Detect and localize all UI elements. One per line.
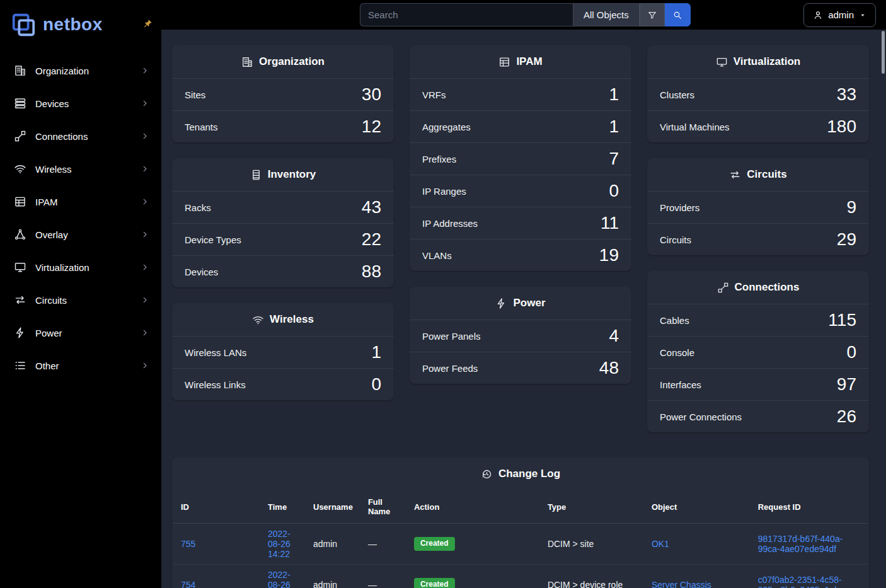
stat-row: Cables 115 (647, 304, 869, 336)
request-id-link[interactable]: c07f0ab2-2351-4c58-825a-8b6a2425a1ab (758, 575, 842, 588)
connections-card: Connections Cables 115 Con (647, 271, 869, 432)
table-header-row: IDTimeUsernameFull NameActionTypeObjectR… (173, 490, 868, 524)
stat-value-link[interactable]: 19 (599, 245, 619, 265)
stat-row: Providers 9 (647, 191, 869, 223)
stat-row: Devices 88 (172, 255, 394, 287)
search-scope-button[interactable]: All Objects (573, 3, 640, 26)
wifi-icon (252, 314, 264, 326)
stat-value-link[interactable]: 22 (362, 229, 381, 250)
changelog-card: Change Log IDTimeUsernameFull NameAction… (172, 458, 869, 588)
wireless-card: Wireless Wireless LANs 1 W (172, 303, 394, 400)
stat-row: IP Addresses 11 (410, 207, 631, 239)
chevron-right-icon (140, 164, 150, 174)
sidebar-item[interactable]: Connections (0, 120, 161, 153)
card-title: Virtualization (734, 55, 800, 68)
stat-label: Providers (660, 202, 699, 213)
stat-label: Wireless Links (185, 379, 246, 390)
sidebar-item-label: Organization (35, 66, 131, 76)
stat-row: Console 0 (647, 336, 869, 368)
stat-label: Prefixes (422, 154, 456, 164)
change-object-link[interactable]: Server Chassis (652, 580, 711, 588)
stat-row: Aggregates 1 (410, 110, 631, 142)
stat-value-link[interactable]: 0 (609, 181, 619, 201)
stat-list: Clusters 33 Virtual Machines 180 (647, 78, 869, 142)
stat-label: Virtual Machines (660, 122, 730, 132)
person-icon (813, 10, 823, 20)
chevron-right-icon (140, 295, 150, 305)
stat-value-link[interactable]: 48 (599, 358, 619, 378)
stat-label: Racks (185, 202, 211, 213)
stat-label: Power Feeds (422, 363, 478, 374)
stat-value-link[interactable]: 0 (846, 342, 856, 362)
sidebar-item[interactable]: Other (0, 349, 161, 382)
change-object-link[interactable]: OK1 (652, 539, 669, 549)
column-header: Time (260, 490, 306, 524)
sidebar-item-icon (14, 359, 26, 372)
stat-value-link[interactable]: 88 (362, 262, 381, 282)
stat-value-link[interactable]: 9 (846, 197, 856, 217)
stat-label: Devices (185, 267, 218, 277)
sidebar-item-icon (14, 326, 26, 339)
stat-row: Racks 43 (172, 191, 394, 223)
filter-button[interactable] (640, 3, 665, 26)
global-search: All Objects (360, 3, 691, 26)
sidebar-item[interactable]: Organization (0, 54, 161, 87)
request-id-link[interactable]: 9817317d-b67f-440a-99ca-4ae07ede94df (758, 534, 843, 554)
stat-value-link[interactable]: 1 (609, 117, 619, 137)
transfer-icon (729, 169, 741, 181)
stat-value-link[interactable]: 26 (837, 406, 856, 427)
pin-sidebar-icon[interactable] (142, 19, 152, 29)
change-id-link[interactable]: 754 (181, 580, 195, 588)
stat-value-link[interactable]: 33 (837, 84, 856, 105)
search-icon (672, 10, 682, 20)
change-type: DCIM > site (548, 539, 594, 549)
stat-value-link[interactable]: 0 (371, 374, 381, 395)
change-time-link[interactable]: 2022-08-26 14:22 (268, 529, 291, 559)
brand-link[interactable]: netbox (0, 0, 161, 50)
rack-icon (250, 169, 262, 181)
sidebar-item[interactable]: IPAM (0, 185, 161, 218)
scrollbar[interactable] (882, 30, 885, 588)
sidebar-item-icon (14, 163, 26, 175)
stat-value-link[interactable]: 30 (362, 84, 381, 105)
stat-value-link[interactable]: 180 (827, 117, 856, 137)
stat-row: VLANs 19 (410, 239, 631, 271)
sidebar-item[interactable]: Virtualization (0, 251, 161, 284)
stat-label: Circuits (660, 234, 691, 245)
sidebar-item[interactable]: Overlay (0, 218, 161, 251)
user-menu-button[interactable]: admin (803, 3, 876, 27)
column-header: Request ID (751, 490, 868, 524)
stat-value-link[interactable]: 115 (828, 310, 856, 330)
scrollbar-thumb[interactable] (882, 31, 885, 74)
sidebar-item[interactable]: Devices (0, 87, 161, 120)
sidebar-item[interactable]: Power (0, 316, 161, 349)
card-title: Connections (735, 281, 800, 294)
chevron-right-icon (140, 360, 150, 371)
stat-value-link[interactable]: 1 (609, 84, 619, 105)
stat-value-link[interactable]: 1 (371, 342, 381, 362)
sidebar-item[interactable]: Circuits (0, 284, 161, 316)
sidebar-item-label: Wireless (35, 164, 131, 175)
chevron-right-icon (140, 98, 150, 108)
stat-row: Virtual Machines 180 (647, 110, 869, 142)
search-submit-button[interactable] (665, 3, 691, 26)
stat-value-link[interactable]: 97 (837, 374, 856, 395)
stat-value-link[interactable]: 7 (609, 149, 619, 169)
stat-value-link[interactable]: 43 (362, 197, 381, 217)
stat-value-link[interactable]: 11 (601, 213, 619, 233)
column-header: ID (173, 490, 260, 524)
stat-label: Aggregates (422, 122, 471, 132)
change-time-link[interactable]: 2022-08-26 14:17 (268, 570, 291, 588)
change-id-link[interactable]: 755 (181, 539, 195, 549)
stat-value-link[interactable]: 4 (609, 326, 619, 346)
stat-list: Sites 30 Tenants 12 (172, 78, 394, 142)
stat-value-link[interactable]: 12 (362, 117, 381, 137)
stat-row: Power Panels 4 (410, 320, 631, 352)
sidebar-item-icon (14, 130, 26, 142)
search-input[interactable] (360, 3, 573, 26)
sidebar-item-label: IPAM (35, 197, 131, 207)
action-badge: Created (414, 537, 455, 550)
stat-label: Tenants (185, 122, 218, 132)
stat-value-link[interactable]: 29 (837, 229, 856, 250)
sidebar-item[interactable]: Wireless (0, 153, 161, 185)
